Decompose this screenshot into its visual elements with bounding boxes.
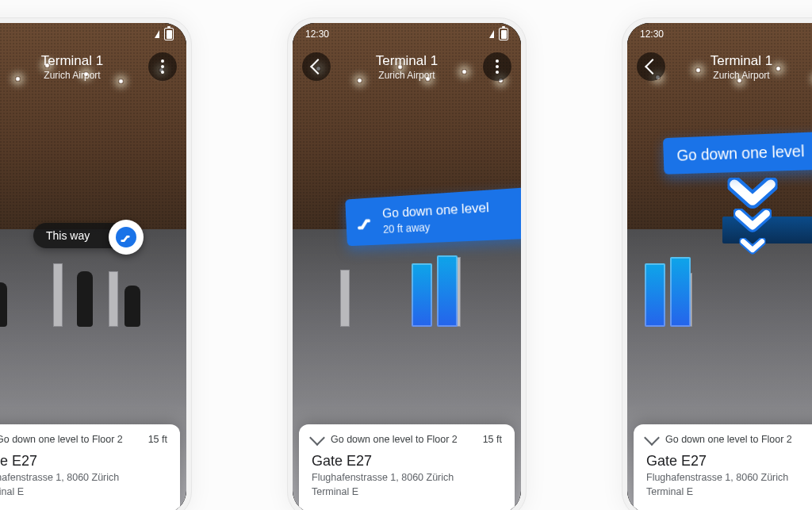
destination-address-line1: Flughafenstrasse 1, 8060 Zürich [312,472,454,483]
hint-text: Go down one level to Floor 2 [0,434,123,445]
destination-address-line1: Flughafenstrasse 1, 8060 Zürich [646,472,788,483]
ar-direction-label: This way [46,229,90,242]
battery-icon [499,28,508,40]
chevron-down-icon [733,209,772,234]
location-title: Terminal 1 [331,53,483,69]
more-options-button[interactable] [148,52,177,81]
destination-name: Gate E27 [0,453,167,470]
bottom-sheet[interactable]: Go down one level to Floor 2 15 ft Gate … [634,424,812,510]
app-bar: Terminal 1 Zurich Airport [627,45,812,88]
hint-text: Go down one level to Floor 2 [665,434,792,445]
phone-3: 12:30 Terminal 1 Zurich Airport Go down … [622,17,812,510]
next-step-hint: Go down one level to Floor 2 15 ft [0,434,167,445]
escalator-icon [116,227,136,247]
hint-text: Go down one level to Floor 2 [331,434,458,445]
phone-1: Terminal 1 Zurich Airport This way G [0,17,192,510]
next-step-hint: Go down one level to Floor 2 15 ft [312,434,502,445]
location-subtitle: Zurich Airport [665,70,812,81]
phone-2-screen: 12:30 Terminal 1 Zurich Airport Go dow [293,23,521,510]
destination-address-line1: Flughafenstrasse 1, 8060 Zürich [0,472,119,483]
down-arrow-icon [644,430,660,446]
phone-2: 12:30 Terminal 1 Zurich Airport Go dow [287,17,527,510]
hint-distance: 15 ft [483,434,502,445]
app-bar: Terminal 1 Zurich Airport [0,45,186,88]
down-arrow-icon [309,430,325,446]
chevron-down-icon [728,178,778,211]
status-bar: 12:30 [293,23,521,45]
location-subtitle: Zurich Airport [331,70,483,81]
location-subtitle: Zurich Airport [0,70,148,81]
battery-icon [164,28,174,40]
three-phone-mockup: Terminal 1 Zurich Airport This way G [0,0,812,510]
phone-3-screen: 12:30 Terminal 1 Zurich Airport Go down … [627,23,812,510]
escalator-icon [355,212,374,232]
signal-icon [155,30,159,38]
ar-chevron-indicator [729,178,776,263]
destination-name: Gate E27 [312,453,502,470]
back-button[interactable] [302,52,331,81]
bottom-sheet[interactable]: Go down one level to Floor 2 15 ft Gate … [299,424,515,510]
status-bar [0,23,186,45]
destination-address-line2: Terminal E [646,486,693,497]
location-title: Terminal 1 [0,53,148,69]
ar-instruction-title: Go down one level [676,140,812,165]
app-bar: Terminal 1 Zurich Airport [293,45,521,88]
destination-address-line2: Terminal E [0,486,24,497]
chevron-down-icon [740,238,766,255]
back-button[interactable] [637,52,665,81]
more-options-button[interactable] [483,52,511,81]
phone-1-screen: Terminal 1 Zurich Airport This way G [0,23,186,510]
location-title: Terminal 1 [665,53,812,69]
signal-icon [489,30,494,38]
bottom-sheet[interactable]: Go down one level to Floor 2 15 ft Gate … [0,424,180,510]
status-time: 12:30 [305,29,329,40]
next-step-hint: Go down one level to Floor 2 15 ft [646,434,812,445]
destination-name: Gate E27 [646,453,812,470]
hint-distance: 15 ft [148,434,167,445]
status-bar: 12:30 [627,23,812,45]
destination-address-line2: Terminal E [312,486,358,497]
compass-marker [109,220,144,255]
ar-direction-pill: This way [33,223,129,248]
status-time: 12:30 [640,29,664,40]
